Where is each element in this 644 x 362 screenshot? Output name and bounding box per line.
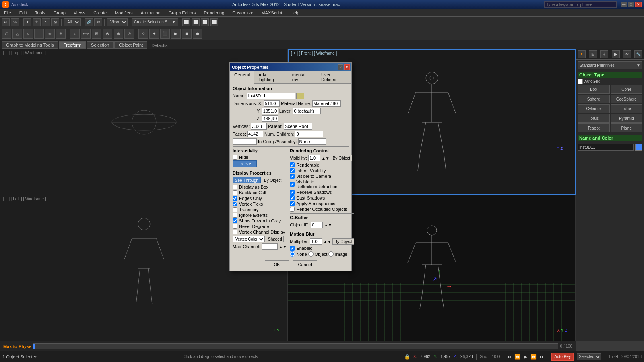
object-id-field[interactable] <box>311 222 323 228</box>
menu-maxscript[interactable]: MAXScript <box>259 10 285 16</box>
tb2-6[interactable]: ⊕ <box>56 29 66 39</box>
menu-customize[interactable]: Customize <box>230 10 256 16</box>
plane-button[interactable]: Plane <box>611 123 643 132</box>
tab-mental-ray[interactable]: mental ray <box>288 71 317 83</box>
tube-button[interactable]: Tube <box>611 104 643 113</box>
shaded-button[interactable]: Shaded <box>266 236 284 242</box>
menu-rendering[interactable]: Rendering <box>202 10 227 16</box>
menu-help[interactable]: Help <box>288 10 302 16</box>
minimize-button[interactable]: — <box>621 2 627 7</box>
tb2-15[interactable]: ⬛ <box>160 29 170 39</box>
tb2-14[interactable]: ✦ <box>149 29 159 39</box>
filter-dropdown[interactable]: All <box>64 18 80 26</box>
autogrid-checkbox[interactable] <box>578 79 583 84</box>
dim-x[interactable] <box>264 100 280 107</box>
tab-graphite[interactable]: Graphite Modeling Tools <box>2 41 58 49</box>
tb-extra3[interactable]: ⬜ <box>201 18 209 26</box>
tb2-4[interactable]: □ <box>34 29 44 39</box>
ok-button[interactable]: OK <box>265 260 289 268</box>
tab-general[interactable]: General <box>230 71 254 84</box>
vertex-ticks-checkbox[interactable] <box>233 202 237 206</box>
tb-extra4[interactable]: ⬜ <box>210 18 218 26</box>
cone-button[interactable]: Cone <box>611 85 643 94</box>
object-name-field[interactable] <box>247 93 295 99</box>
close-button[interactable]: ✕ <box>635 2 642 7</box>
vis-reflect-checkbox[interactable] <box>290 182 295 187</box>
cancel-button[interactable]: Cancel <box>293 260 317 268</box>
timeline-track[interactable] <box>33 343 558 349</box>
dialog-close-button[interactable]: ✕ <box>344 64 350 70</box>
vertices-field[interactable] <box>251 123 267 130</box>
tb2-17[interactable]: ⏹ <box>182 29 192 39</box>
map-channel-field[interactable] <box>262 243 278 250</box>
next-frame-button[interactable]: ⏭ <box>540 354 545 360</box>
menu-modifiers[interactable]: Modifiers <box>112 10 135 16</box>
backface-cull-checkbox[interactable] <box>233 190 237 195</box>
tb2-13[interactable]: ✧ <box>138 29 148 39</box>
mb-object-radio[interactable] <box>308 251 314 257</box>
receive-shadows-checkbox[interactable] <box>290 190 295 195</box>
tb2-3[interactable]: ○ <box>23 29 33 39</box>
tb2-11[interactable]: ⊕ <box>114 29 123 39</box>
tb2-8[interactable]: ⟺ <box>81 29 91 39</box>
play-button[interactable]: ▶ <box>524 354 527 360</box>
edges-only-checkbox[interactable] <box>233 196 237 201</box>
faces-field[interactable] <box>247 131 263 137</box>
mb-enabled-checkbox[interactable] <box>290 246 295 251</box>
object-color-swatch[interactable] <box>635 144 642 151</box>
cast-shadows-checkbox[interactable] <box>290 195 295 200</box>
selected-dropdown[interactable]: Selected <box>577 353 601 360</box>
link-button[interactable]: 🔗 <box>85 18 93 26</box>
tab-adv-lighting[interactable]: Adv. Lighting <box>254 71 288 83</box>
layer-field[interactable] <box>293 108 321 114</box>
menu-animation[interactable]: Animation <box>138 10 163 16</box>
tb-extra2[interactable]: ⬜ <box>192 18 200 26</box>
undo-button[interactable]: ↩ <box>2 18 10 26</box>
see-through-button[interactable]: See-Through <box>233 177 261 183</box>
tb2-10[interactable]: ⊗ <box>103 29 112 39</box>
material-name-field[interactable] <box>312 100 341 107</box>
parent-field[interactable] <box>284 123 312 130</box>
menu-create[interactable]: Create <box>91 10 109 16</box>
cylinder-button[interactable]: Cylinder <box>578 104 610 113</box>
unlink-button[interactable]: ⛓ <box>94 18 102 26</box>
display-as-box-checkbox[interactable] <box>233 185 237 189</box>
freeze-button[interactable]: Freeze <box>233 160 257 167</box>
prev-frame-button[interactable]: ⏮ <box>506 354 511 360</box>
inherit-vis-checkbox[interactable] <box>290 168 295 173</box>
apply-atm-checkbox[interactable] <box>290 201 295 206</box>
dim-y[interactable] <box>262 108 278 114</box>
tb2-18[interactable]: ⏺ <box>193 29 202 39</box>
extra-field[interactable] <box>233 138 257 145</box>
tb2-2[interactable]: △ <box>12 29 22 39</box>
teapot-button[interactable]: Teapot <box>578 123 610 132</box>
create-selection-dropdown[interactable]: Create Selection S... ▼ <box>132 18 178 26</box>
panel-utilities-icon[interactable]: 🔧 <box>634 50 642 58</box>
vis-camera-checkbox[interactable] <box>290 174 295 179</box>
geosphere-button[interactable]: GeoSphere <box>611 95 643 103</box>
never-degrade-checkbox[interactable] <box>233 224 237 229</box>
object-name-input[interactable] <box>578 144 634 151</box>
vertex-channel-checkbox[interactable] <box>233 230 237 234</box>
panel-hierarchy-icon[interactable]: ⟊ <box>600 50 608 58</box>
name-color-header[interactable]: Name and Color <box>578 135 642 141</box>
tab-freeform[interactable]: Freeform <box>59 41 86 49</box>
dialog-help-button[interactable]: ? <box>338 64 343 70</box>
rotate-button[interactable]: ↻ <box>42 18 50 26</box>
tb2-1[interactable]: ⬡ <box>2 29 11 39</box>
view-dropdown[interactable]: View <box>107 18 128 26</box>
hide-checkbox[interactable] <box>233 155 237 160</box>
panel-display-icon[interactable]: 👁 <box>623 50 631 58</box>
menu-graph-editors[interactable]: Graph Editors <box>166 10 198 16</box>
visibility-field[interactable] <box>308 155 320 161</box>
search-input[interactable] <box>544 1 617 8</box>
select-button[interactable]: ✦ <box>23 18 31 26</box>
panel-create-icon[interactable]: ✦ <box>578 50 586 58</box>
material-color-swatch[interactable] <box>296 93 304 99</box>
maximize-button[interactable]: □ <box>628 2 634 7</box>
trajectory-checkbox[interactable] <box>233 207 237 212</box>
display-by-object-button[interactable]: By Object <box>262 177 283 183</box>
pyramid-button[interactable]: Pyramid <box>611 114 643 123</box>
autokey-button[interactable]: Auto Key <box>551 353 574 361</box>
renderable-checkbox[interactable] <box>290 162 295 167</box>
